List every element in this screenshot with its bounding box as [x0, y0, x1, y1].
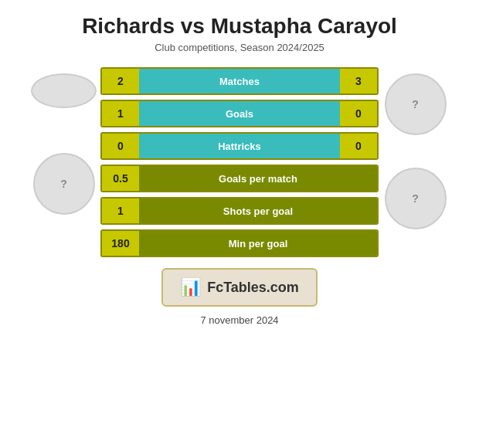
logo-text: FcTables.com: [207, 280, 299, 296]
stat-row: 0.5Goals per match: [100, 165, 379, 192]
page: Richards vs Mustapha Carayol Club compet…: [0, 0, 479, 448]
stat-right-value: 0: [340, 134, 377, 158]
stat-left-value: 1: [102, 199, 139, 223]
stat-row: 1Goals0: [100, 100, 379, 127]
left-player-avatar-ellipse: [31, 73, 97, 108]
stat-label: Goals: [139, 101, 340, 126]
left-player-avatars: ?: [27, 67, 100, 215]
stat-left-value: 1: [102, 101, 139, 126]
stat-label: Matches: [139, 69, 340, 93]
stat-label: Goals per match: [139, 166, 377, 191]
right-player-avatars: ? ?: [379, 67, 452, 229]
stat-left-value: 0: [102, 134, 139, 158]
right-top-icon: ?: [412, 98, 419, 110]
stat-left-value: 180: [102, 231, 139, 256]
page-title: Richards vs Mustapha Carayol: [82, 14, 397, 39]
left-player-avatar-circle: ?: [33, 153, 95, 215]
stat-left-value: 2: [102, 69, 139, 93]
date-text: 7 november 2024: [200, 314, 278, 326]
stat-label: Min per goal: [139, 231, 377, 256]
stat-row: 1Shots per goal: [100, 197, 379, 225]
page-subtitle: Club competitions, Season 2024/2025: [155, 42, 324, 53]
stat-left-value: 0.5: [102, 166, 139, 191]
stat-right-value: 3: [340, 69, 377, 93]
stat-row: 180Min per goal: [100, 229, 379, 257]
right-player-avatar-top: ?: [385, 73, 447, 135]
right-player-avatar-bottom: ?: [385, 168, 447, 229]
stat-label: Shots per goal: [139, 199, 377, 223]
stat-row: 2Matches3: [100, 67, 379, 95]
logo-icon: 📊: [180, 277, 201, 297]
logo-section: 📊 FcTables.com 7 november 2024: [161, 268, 318, 326]
stats-table: 2Matches31Goals00Hattricks00.5Goals per …: [100, 67, 379, 257]
stat-right-value: 0: [340, 101, 377, 126]
stat-row: 0Hattricks0: [100, 132, 379, 160]
left-circle-icon: ?: [60, 178, 67, 190]
stat-label: Hattricks: [139, 134, 340, 158]
right-bottom-icon: ?: [412, 192, 419, 205]
logo-box: 📊 FcTables.com: [161, 268, 318, 307]
comparison-section: ? 2Matches31Goals00Hattricks00.5Goals pe…: [8, 67, 471, 257]
